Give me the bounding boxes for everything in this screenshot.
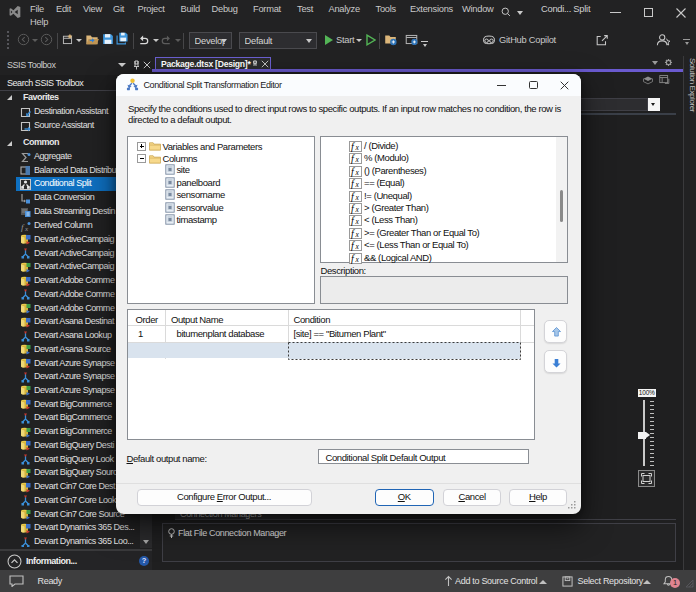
svg-text:x: x — [24, 225, 29, 232]
